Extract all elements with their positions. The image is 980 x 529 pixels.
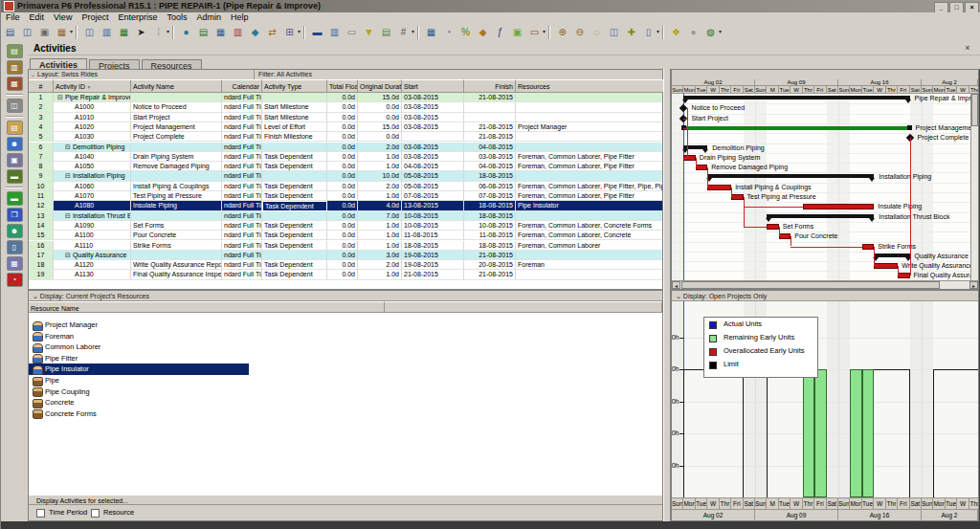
gantt-bar-summary[interactable]	[767, 214, 874, 218]
table-cell[interactable]: A1100	[54, 231, 131, 240]
calendar-nav-icon[interactable]: ▦	[7, 256, 23, 271]
table-cell[interactable]: 17	[29, 251, 54, 260]
table-cell[interactable]: ndard Full Time	[222, 102, 262, 112]
table-cell[interactable]	[516, 171, 662, 181]
column-header-original-duration[interactable]: Original Duration	[358, 79, 402, 93]
table-cell[interactable]: 10.0d	[358, 171, 402, 181]
table-row[interactable]: 10A1060Install Piping & Couplingsndard F…	[29, 182, 662, 191]
table-row[interactable]: 12A1080Insulate Pipingndard Full TimeTas…	[29, 201, 662, 210]
table-cell[interactable]: A1070	[54, 191, 131, 201]
collapse-icon[interactable]: ⊟	[65, 212, 71, 220]
table-cell[interactable]: 1.0d	[358, 221, 402, 231]
table-cell[interactable]	[516, 132, 662, 142]
table-row[interactable]: 7A1040Drain Piping Systemndard Full Time…	[29, 152, 662, 162]
table-cell[interactable]: Final Quality Assurance Inspection	[131, 270, 222, 279]
table-row[interactable]: 9⊟Installation Pipingndard Full Time0.0d…	[29, 171, 662, 181]
table-cell[interactable]: 03-08-2015	[402, 152, 464, 162]
table-cell[interactable]: 03-08-2015	[464, 152, 516, 162]
table-cell[interactable]: ndard Full Time	[222, 231, 262, 240]
table-cell[interactable]: 0.0d	[327, 201, 358, 210]
table-cell[interactable]: 21-08-2015	[464, 93, 516, 102]
link-icon[interactable]: ƒ	[492, 25, 508, 40]
print-preview-icon[interactable]: ◫	[19, 25, 35, 40]
scrollbar-thumb[interactable]	[681, 281, 940, 289]
table-cell[interactable]: Write Quality Assurance Report	[131, 260, 222, 270]
table-cell[interactable]	[131, 143, 222, 152]
menu-edit[interactable]: Edit	[25, 12, 50, 22]
vertical-splitter[interactable]	[663, 69, 671, 521]
table-cell[interactable]	[516, 251, 662, 260]
resource-list-item[interactable]: Concrete Forms	[29, 408, 662, 420]
table-cell[interactable]: 1.0d	[358, 152, 402, 162]
table-cell[interactable]: A1080	[54, 201, 131, 210]
scroll-left-icon[interactable]: ◄	[672, 281, 680, 289]
column-header-start[interactable]: Start	[402, 79, 464, 93]
level-icon[interactable]: ◔	[440, 25, 457, 40]
table-cell[interactable]: Task Dependent	[262, 162, 327, 171]
resource-list-item[interactable]: Foreman	[29, 331, 662, 342]
table-cell[interactable]: 4.0d	[358, 201, 402, 210]
activities-nav-icon[interactable]: ☻	[7, 137, 23, 151]
table-cell[interactable]: 0.0d	[358, 102, 402, 112]
table-cell[interactable]: Task Dependent	[262, 221, 327, 231]
table-cell[interactable]	[262, 171, 327, 181]
gantt-bar-task[interactable]	[779, 233, 791, 239]
roles-icon[interactable]: ⊞	[281, 25, 298, 40]
table-cell[interactable]: A1010	[54, 113, 131, 122]
table-cell[interactable]	[262, 211, 327, 221]
table-cell[interactable]: 18-08-2015	[402, 241, 464, 251]
table-cell[interactable]: 10-08-2015	[402, 221, 464, 231]
table-cell[interactable]: ndard Full Time	[222, 113, 262, 122]
table-cell[interactable]: 2.0d	[358, 260, 402, 270]
projects-nav-icon[interactable]: ▤	[7, 44, 23, 58]
column-header-activity-id[interactable]: Activity ID ▼	[54, 79, 131, 93]
table-cell[interactable]: 03-08-2015	[402, 93, 464, 102]
hsplit-icon[interactable]: ◫	[606, 25, 622, 40]
table-cell[interactable]: Task Dependent	[262, 231, 327, 240]
table-cell[interactable]: 3	[29, 113, 54, 122]
progress-icon[interactable]: ◆	[475, 25, 491, 40]
table-cell[interactable]: 13	[29, 211, 54, 221]
gantt-bar-task[interactable]	[898, 273, 909, 278]
menu-tools[interactable]: Tools	[162, 12, 191, 22]
table-cell[interactable]: 8	[29, 162, 54, 171]
table-cell[interactable]	[402, 132, 464, 142]
page-setup-icon[interactable]: ▣	[36, 25, 53, 40]
table-cell[interactable]: 03-08-2015	[402, 143, 464, 152]
reports-nav-icon[interactable]: ▦	[7, 77, 23, 91]
table-cell[interactable]: ndard Full Time	[222, 241, 262, 251]
toolbar-group-dropdown-icon[interactable]: ▾	[543, 23, 546, 40]
filter-icon[interactable]: ▼	[361, 25, 377, 40]
table-cell[interactable]: 0.0d	[327, 171, 358, 181]
team-nav-icon[interactable]: ☻	[7, 224, 23, 238]
table-row[interactable]: 17⊟Quality Assurancendard Full Time0.0d3…	[29, 251, 662, 260]
table-row[interactable]: 15A1100Pour Concretendard Full TimeTask …	[29, 231, 662, 240]
resources-display-bar[interactable]: ⌄ Display: Current Project's Resources	[29, 291, 662, 301]
scroll-right-icon[interactable]: ►	[969, 281, 978, 289]
table-cell[interactable]: Drain Piping System	[131, 152, 222, 162]
table-cell[interactable]: A1020	[54, 122, 131, 132]
table-row[interactable]: 1⊟Pipe Repair & Improvendard Full Time0.…	[29, 93, 662, 102]
table-cell[interactable]: 0.0d	[327, 221, 358, 231]
resource-list-item[interactable]: Pipe Coupling	[29, 386, 662, 398]
table-row[interactable]: 14A1090Set Formsndard Full TimeTask Depe…	[29, 221, 662, 231]
menu-file[interactable]: File	[1, 12, 25, 22]
table-cell[interactable]: A1050	[54, 162, 131, 171]
table-cell[interactable]	[516, 113, 662, 122]
table-cell[interactable]	[464, 113, 516, 122]
table-cell[interactable]: 0.0d	[327, 93, 358, 102]
zoom-out-icon[interactable]: ⊖	[571, 25, 588, 40]
table-cell[interactable]: A1090	[54, 221, 131, 231]
table-cell[interactable]: 14	[29, 221, 54, 231]
table-cell[interactable]: 1.0d	[358, 231, 402, 240]
table-cell[interactable]: Pipe Insulator	[516, 201, 662, 210]
table-cell[interactable]: 06-08-2015	[464, 182, 516, 191]
table-cell[interactable]: 10-08-2015	[464, 221, 516, 231]
table-cell[interactable]: 10-08-2015	[402, 211, 464, 221]
table-cell[interactable]: ⊟Installation Piping	[54, 171, 131, 181]
table-cell[interactable]: ⊟Quality Assurance	[54, 251, 131, 260]
table-cell[interactable]: 0.0d	[327, 152, 358, 162]
table-cell[interactable]: 6	[29, 143, 54, 152]
zoom-in-icon[interactable]: ⊕	[554, 25, 570, 40]
resource-list-item[interactable]: Pipe Fitter	[29, 353, 662, 364]
